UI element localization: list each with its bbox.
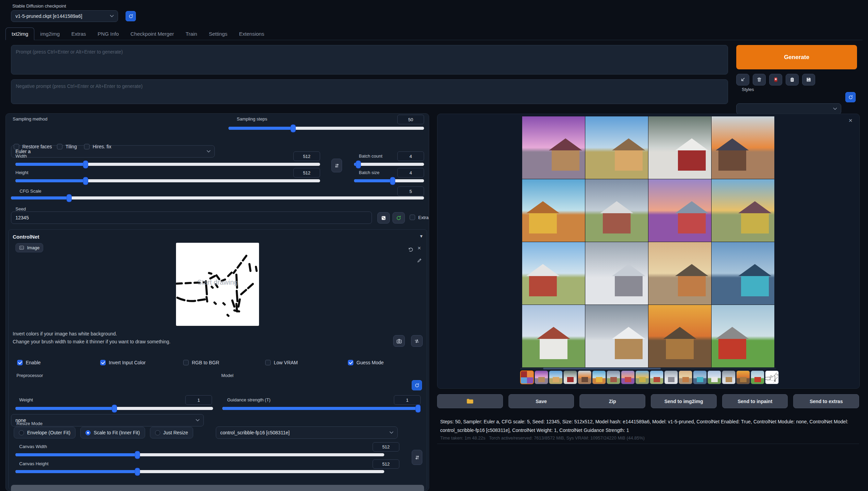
gallery-thumbnail[interactable] (736, 370, 750, 384)
gallery-thumbnail[interactable] (549, 370, 563, 384)
thumbnail-scrollbar[interactable] (520, 368, 776, 369)
tiling-checkbox[interactable]: Tiling (57, 144, 77, 149)
mirror-webcam-button[interactable] (411, 335, 423, 347)
controlnet-enable-checkbox[interactable]: Enable (17, 360, 41, 365)
send-to-img2img-button[interactable]: Send to img2img (651, 394, 717, 408)
sampling-steps-value[interactable]: 50 (397, 115, 424, 124)
resize-envelope-radio[interactable]: Envelope (Outer Fit) (14, 427, 75, 438)
zip-button[interactable]: Zip (579, 394, 645, 408)
clear-prompt-button[interactable] (753, 74, 766, 85)
swap-width-height-button[interactable] (331, 159, 342, 172)
gallery-image[interactable] (712, 179, 774, 242)
send-to-inpaint-button[interactable]: Send to inpaint (722, 394, 788, 408)
webcam-button[interactable] (393, 335, 405, 347)
styles-refresh-button[interactable] (845, 92, 856, 102)
tab-checkpoint-merger[interactable]: Checkpoint Merger (125, 28, 180, 40)
gallery-close-button[interactable]: × (847, 117, 854, 124)
gallery-image[interactable] (712, 116, 774, 179)
low-vram-checkbox[interactable]: Low VRAM (265, 360, 298, 365)
canvas-brush-button[interactable] (416, 257, 423, 264)
rgb-to-bgr-checkbox[interactable]: RGB to BGR (183, 360, 219, 365)
gallery-image[interactable] (522, 116, 585, 179)
canvas-height-value[interactable]: 512 (373, 459, 399, 469)
checkpoint-refresh-button[interactable] (126, 11, 136, 21)
gallery-image[interactable] (712, 242, 774, 305)
tab-train[interactable]: Train (180, 28, 203, 40)
gallery-image[interactable] (522, 242, 585, 305)
width-slider[interactable] (15, 163, 320, 166)
canvas-clear-button[interactable]: × (416, 245, 423, 252)
gallery-thumbnail[interactable] (621, 370, 635, 384)
canvas-height-slider[interactable] (15, 470, 384, 473)
save-style-button[interactable] (802, 74, 815, 85)
gallery-image[interactable] (648, 179, 711, 242)
batch-count-value[interactable]: 4 (397, 151, 424, 161)
send-to-extras-button[interactable]: Send to extras (793, 394, 859, 408)
gallery-image[interactable] (585, 305, 648, 367)
gallery-thumbnail[interactable] (722, 370, 736, 384)
canvas-width-slider[interactable] (15, 453, 384, 456)
gallery-image[interactable] (712, 305, 774, 367)
gallery-thumbnail[interactable] (765, 370, 779, 384)
gallery-thumbnail[interactable] (563, 370, 577, 384)
weight-slider[interactable] (15, 407, 213, 410)
apply-style-button[interactable] (786, 74, 799, 85)
restore-faces-checkbox[interactable]: Restore faces (14, 144, 52, 149)
open-folder-button[interactable] (437, 394, 503, 408)
gallery-image[interactable] (585, 242, 648, 305)
tab-extras[interactable]: Extras (66, 28, 92, 40)
save-button[interactable]: Save (508, 394, 574, 408)
gallery-thumbnail[interactable] (693, 370, 707, 384)
gallery-thumbnail[interactable] (751, 370, 764, 384)
gallery-thumbnail[interactable] (635, 370, 649, 384)
canvas-width-value[interactable]: 512 (373, 442, 399, 452)
prompt-input[interactable] (11, 45, 728, 75)
gallery-image[interactable] (585, 179, 648, 242)
generate-button[interactable]: Generate (736, 45, 857, 69)
controlnet-model-dropdown[interactable]: control_scribble-fp16 [c508311e] (216, 426, 398, 439)
extra-networks-button[interactable] (769, 74, 782, 85)
guidance-strength-slider[interactable] (222, 407, 418, 410)
tab-png-info[interactable]: PNG Info (92, 28, 125, 40)
guidance-strength-value[interactable]: 1 (394, 395, 421, 405)
gallery-image[interactable] (648, 305, 711, 367)
resize-just-resize-radio[interactable]: Just Resize (150, 427, 193, 438)
batch-count-slider[interactable] (354, 163, 424, 166)
checkpoint-dropdown[interactable]: v1-5-pruned.ckpt [e1441589a6] (11, 10, 118, 22)
batch-size-value[interactable]: 4 (397, 168, 424, 178)
scrollbar-thumb[interactable] (543, 368, 661, 369)
gallery-image[interactable] (522, 305, 585, 367)
extra-seed-checkbox[interactable]: Extra (410, 215, 429, 220)
controlnet-model-refresh-button[interactable] (412, 380, 422, 390)
sampling-steps-slider[interactable] (228, 127, 424, 130)
tab-img2img[interactable]: img2img (34, 28, 66, 40)
gallery-image[interactable] (648, 116, 711, 179)
swap-canvas-dimensions-button[interactable] (412, 450, 422, 465)
paste-params-button[interactable] (736, 74, 749, 85)
seed-input[interactable] (11, 212, 372, 224)
reuse-seed-button[interactable] (392, 212, 405, 224)
random-seed-button[interactable] (377, 212, 390, 224)
resize-scale-to-fit-radio[interactable]: Scale to Fit (Inner Fit) (80, 427, 145, 438)
gallery-thumbnail[interactable] (535, 370, 548, 384)
tab-settings[interactable]: Settings (203, 28, 233, 40)
invert-input-color-checkbox[interactable]: Invert Input Color (100, 360, 145, 365)
gallery-thumbnail[interactable] (679, 370, 692, 384)
gallery-thumbnail[interactable] (520, 370, 534, 384)
hires-fix-checkbox[interactable]: Hires. fix (84, 144, 111, 149)
height-value[interactable]: 512 (293, 168, 320, 178)
gallery-thumbnail[interactable] (707, 370, 721, 384)
canvas-undo-button[interactable] (407, 246, 414, 253)
gallery-thumbnail[interactable] (650, 370, 664, 384)
cfg-scale-slider[interactable] (11, 196, 424, 199)
tab-txt2img[interactable]: txt2img (5, 27, 34, 40)
gallery-image[interactable] (585, 116, 648, 179)
styles-dropdown[interactable] (736, 103, 841, 114)
controlnet-image-tab[interactable]: Image (15, 243, 43, 252)
gallery-image[interactable] (648, 242, 711, 305)
gallery-image[interactable] (522, 179, 585, 242)
cfg-scale-value[interactable]: 5 (397, 186, 424, 196)
tab-extensions[interactable]: Extensions (233, 28, 270, 40)
negative-prompt-input[interactable] (11, 79, 728, 104)
guess-mode-checkbox[interactable]: Guess Mode (348, 360, 384, 365)
